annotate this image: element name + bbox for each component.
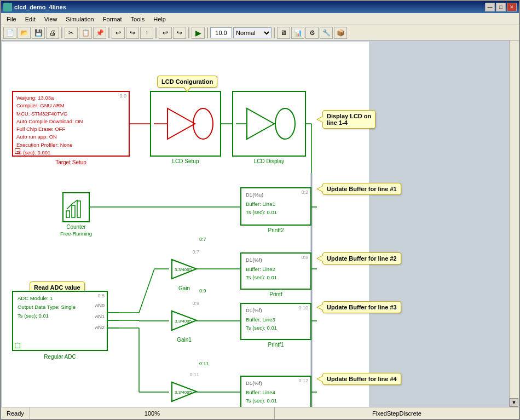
play-button[interactable]: ▶ [192, 27, 205, 39]
callout-display-lcd: Display LCD online 1-4 [322, 110, 375, 129]
printf2-block[interactable]: 0:2 D1(%u) Buffer: Line1 Ts (sec): 0.01 … [240, 187, 311, 226]
gain-corner: 0:7 [192, 249, 199, 255]
maximize-button[interactable]: □ [496, 3, 506, 11]
counter-block[interactable] [62, 192, 90, 222]
target-btn2[interactable]: 📊 [291, 27, 304, 39]
svg-point-27 [193, 108, 213, 139]
gain1-label: Gain1 [169, 337, 199, 343]
adc-label: Regular ADC [13, 354, 107, 360]
printf1-ts: Ts (sec): 0.01 [246, 324, 306, 332]
title-buttons: — □ ✕ [485, 3, 517, 11]
canvas[interactable]: 0:0 0:0 Waijung: 13.03a Compiler: GNU AR… [2, 42, 369, 407]
callout-update-4: Update Buffer for line #4 [322, 373, 401, 385]
printf1-block[interactable]: 0:10 D1(%f) Buffer: Line3 Ts (sec): 0.01… [240, 303, 311, 340]
printf3-block[interactable]: 0:12 D1(%f) Buffer: Line4 Ts (sec): 0.01… [240, 376, 311, 407]
menu-help[interactable]: Help [149, 15, 170, 24]
adc-ts: Ts (sec): 0.01 [18, 312, 102, 320]
menu-file[interactable]: File [2, 15, 21, 24]
adc-corner: 0:8 [97, 293, 105, 298]
sep5 [207, 27, 208, 38]
callout-update-3: Update Buffer for line #3 [322, 301, 401, 313]
callout-lcd-config-text: LCD Coniguration [161, 78, 213, 85]
status-zoom-text: 100% [145, 410, 160, 417]
lcd-display-block[interactable]: LCD Display [232, 91, 306, 157]
target-btn3[interactable]: ⚙ [305, 27, 319, 39]
adc-datatype: Output Data Type: Single [18, 303, 102, 312]
callout-lcd-config: LCD Coniguration [157, 76, 217, 88]
svg-text:3.3/4095: 3.3/4095 [175, 319, 192, 324]
gain1-block[interactable]: 3.3/4095 0:9 Gain1 [169, 308, 199, 334]
printf3-format: D1(%f) [246, 379, 306, 387]
menu-view[interactable]: View [40, 15, 62, 24]
target-btn4[interactable]: 🔧 [320, 27, 333, 39]
paste-button[interactable]: 📌 [93, 27, 106, 39]
copy-button[interactable]: 📋 [79, 27, 92, 39]
save-button[interactable]: 💾 [32, 27, 45, 39]
mode-select[interactable]: Normal Fit View [233, 27, 271, 38]
adc-port-an2: AN2 [95, 325, 105, 330]
gain2-block[interactable]: 3.3/4095 0:11 Gain2 [169, 379, 199, 405]
app-icon [3, 3, 12, 11]
menu-format[interactable]: Format [99, 15, 126, 24]
menu-edit[interactable]: Edit [21, 15, 40, 24]
target-corner: 0:0 [119, 93, 126, 99]
status-ready: Ready [1, 407, 30, 419]
gain-svg: 3.3/4095 [169, 257, 199, 281]
printf-block[interactable]: 0:8 D1(%f) Buffer: Line2 Ts (sec): 0.01 … [240, 252, 311, 290]
minimize-button[interactable]: — [485, 3, 495, 11]
printf2-buffer: Buffer: Line1 [246, 200, 306, 208]
cut-button[interactable]: ✂ [65, 27, 78, 39]
time-input[interactable] [210, 27, 232, 38]
gain1-corner: 0:9 [192, 301, 199, 306]
title-bar: clcd_demo_4lines — □ ✕ [1, 1, 519, 13]
lcd-setup-block[interactable]: LCD Setup [150, 91, 221, 157]
status-ready-text: Ready [7, 410, 24, 417]
adc-small-square [15, 343, 20, 348]
printf3-ts: Ts (sec): 0.01 [246, 397, 306, 405]
counter-sublabel: Free-Running [60, 231, 93, 237]
svg-point-31 [275, 108, 295, 139]
callout-read-adc-text: Read ADC value [34, 284, 80, 291]
printf2-label: Printf2 [241, 227, 310, 233]
printf-label: Printf [241, 291, 310, 297]
open-button[interactable]: 📂 [18, 27, 31, 39]
gain-block[interactable]: 3.3/4095 0:7 Gain [169, 257, 199, 283]
menu-tools[interactable]: Tools [126, 15, 149, 24]
adc-block[interactable]: 0:8 ADC Module: 1 Output Data Type: Sing… [12, 291, 108, 351]
gain2-corner: 0:11 [189, 372, 199, 377]
menu-simulation[interactable]: Simulation [61, 15, 98, 24]
canvas-area[interactable]: 0:0 0:0 Waijung: 13.03a Compiler: GNU AR… [1, 41, 509, 407]
printf-corner: 0:8 [301, 255, 308, 260]
target-btn1[interactable]: 🖥 [277, 27, 290, 39]
counter-label: Counter [62, 224, 90, 230]
target-btn5[interactable]: 📦 [334, 27, 347, 39]
redo-button[interactable]: ↪ [126, 27, 139, 39]
undo-button[interactable]: ↩ [112, 27, 125, 39]
close-button[interactable]: ✕ [507, 3, 517, 11]
print-button[interactable]: 🖨 [46, 27, 59, 39]
callout-update-1: Update Buffer for line #1 [322, 183, 401, 195]
scrollbar-down[interactable]: ▼ [510, 398, 518, 407]
gain1-svg: 3.3/4095 [169, 308, 199, 333]
gain2-output-val: 0:11 [199, 361, 209, 366]
adc-module: ADC Module: 1 [18, 294, 102, 303]
printf2-content: D1(%u) Buffer: Line1 Ts (sec): 0.01 [241, 188, 310, 219]
target-small-square [15, 148, 20, 154]
sep4 [188, 27, 189, 38]
target-setup-block[interactable]: 0:0 Waijung: 13.03a Compiler: GNU ARM MC… [12, 91, 130, 157]
svg-line-5 [139, 269, 154, 313]
main-area: 0:0 0:0 Waijung: 13.03a Compiler: GNU AR… [1, 41, 519, 407]
redo2-button[interactable]: ↪ [173, 27, 186, 39]
printf-buffer: Buffer: Line2 [246, 266, 306, 273]
printf1-buffer: Buffer: Line3 [246, 316, 306, 324]
toolbar: 📄 📂 💾 🖨 ✂ 📋 📌 ↩ ↪ ↑ ↩ ↪ ▶ Normal Fit Vie… [1, 25, 519, 41]
svg-text:3.3/4095: 3.3/4095 [175, 267, 192, 272]
printf2-format: D1(%u) [246, 191, 306, 199]
up-button[interactable]: ↑ [140, 27, 153, 39]
undo2-button[interactable]: ↩ [159, 27, 172, 39]
new-button[interactable]: 📄 [3, 27, 16, 39]
adc-port-an0: AN0 [95, 303, 105, 308]
sep2 [108, 27, 109, 38]
svg-marker-26 [167, 108, 195, 139]
sep6 [274, 27, 275, 38]
